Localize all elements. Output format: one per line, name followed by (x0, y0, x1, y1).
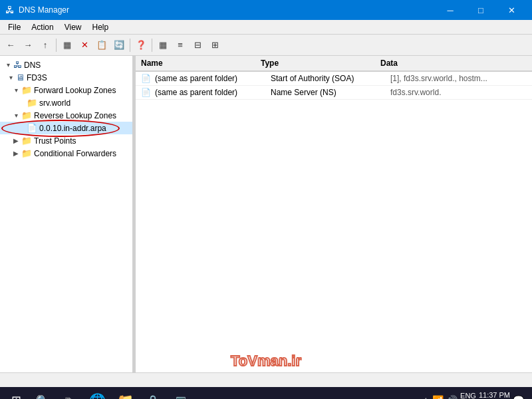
show-button[interactable]: ▦ (59, 37, 75, 53)
arpa-label: 0.0.10.in-addr.arpa (39, 124, 106, 133)
refresh-button[interactable]: 🔄 (111, 37, 127, 53)
tree-item-srvworld[interactable]: 📁 srv.world (0, 96, 132, 109)
soa-data: [1], fd3s.srv.world., hostm... (390, 74, 527, 83)
pinned-ie[interactable]: 🌐 (84, 388, 110, 399)
detail-panel: Name Type Data 📄 (same as parent folder)… (136, 56, 532, 372)
title-bar: 🖧 DNS Manager ─ □ ✕ (0, 0, 532, 20)
arpa-icon: 📄 (27, 123, 37, 133)
rev-folder-icon: 📁 (21, 110, 32, 120)
toolbar: ← → ↑ ▦ ✕ 📋 🔄 ❓ ▦ ≡ ⊟ ⊞ (0, 35, 532, 56)
detail-header: Name Type Data (136, 56, 532, 72)
taskbar: ⊞ 🔍 ⧉ 🌐 📁 🔒 💻 △ 📶 🔊 ENGJA 11:37 PM 2/7/2… (0, 387, 532, 399)
fwd-label: Forward Lookup Zones (34, 86, 116, 95)
up-button[interactable]: ↑ (37, 37, 53, 53)
col-data-header: Data (380, 59, 527, 68)
trust-folder-icon: 📁 (21, 136, 32, 146)
col-type-header: Type (261, 59, 380, 68)
ns-name: (same as parent folder) (155, 88, 271, 97)
properties-button[interactable]: 📋 (94, 37, 110, 53)
taskbar-tray: △ 📶 🔊 ENGJA 11:37 PM 2/7/2017 💬 (422, 390, 529, 399)
cond-folder-icon: 📁 (21, 148, 32, 158)
tree-item-reverse-lookup[interactable]: ▾ 📁 Reverse Lookup Zones (0, 109, 132, 122)
rev-label: Reverse Lookup Zones (34, 111, 116, 120)
separator-3 (152, 39, 152, 52)
tray-network[interactable]: 📶 (432, 395, 444, 399)
tree-item-trust-points[interactable]: ▶ 📁 Trust Points (0, 134, 132, 147)
maximize-button[interactable]: □ (466, 0, 496, 20)
soa-name: (same as parent folder) (155, 74, 271, 83)
task-view-button[interactable]: ⧉ (56, 388, 80, 399)
tree-item-fd3s[interactable]: ▾ 🖥 FD3S (0, 71, 132, 84)
ns-record-icon: 📄 (141, 88, 151, 97)
trust-arrow: ▶ (11, 137, 21, 144)
search-button[interactable]: 🔍 (31, 388, 55, 399)
window-controls: ─ □ ✕ (435, 0, 527, 20)
dns-arrow: ▾ (3, 61, 13, 68)
view3-button[interactable]: ⊟ (190, 37, 205, 53)
srv-folder-icon: 📁 (27, 98, 37, 108)
tray-clock[interactable]: 11:37 PM 2/7/2017 (479, 390, 510, 399)
tree-item-forward-lookup[interactable]: ▾ 📁 Forward Lookup Zones (0, 84, 132, 96)
cond-label: Conditional Forwarders (34, 149, 116, 158)
fd3s-label: FD3S (27, 73, 47, 82)
fd3s-icon: 🖥 (16, 72, 25, 82)
window-title: DNS Manager (19, 5, 69, 15)
detail-row-ns[interactable]: 📄 (same as parent folder) Name Server (N… (136, 86, 532, 100)
pinned-explorer[interactable]: 📁 (112, 388, 138, 399)
menu-view[interactable]: View (59, 21, 87, 33)
pinned-app3[interactable]: 🔒 (140, 388, 166, 399)
view1-button[interactable]: ▦ (155, 37, 171, 53)
tree-panel: ▾ 🖧 DNS ▾ 🖥 FD3S ▾ 📁 Forward Lookup Zone… (0, 56, 133, 372)
pinned-app4[interactable]: 💻 (168, 388, 194, 399)
back-button[interactable]: ← (3, 37, 19, 53)
tray-language[interactable]: ENGJA (460, 391, 476, 399)
tree-item-inaddrarpa[interactable]: 📄 0.0.10.in-addr.arpa (0, 122, 132, 134)
tree-item-dns[interactable]: ▾ 🖧 DNS (0, 59, 132, 71)
tray-notification[interactable]: 💬 (513, 395, 524, 399)
soa-record-icon: 📄 (141, 74, 151, 83)
help-button[interactable]: ❓ (133, 37, 149, 53)
cond-arrow: ▶ (11, 150, 21, 157)
menu-bar: File Action View Help (0, 20, 532, 35)
tray-time-value: 11:37 PM (479, 390, 510, 399)
detail-row-soa[interactable]: 📄 (same as parent folder) Start of Autho… (136, 72, 532, 86)
fwd-arrow: ▾ (11, 86, 21, 94)
app-icon: 🖧 (5, 5, 15, 15)
view4-button[interactable]: ⊞ (207, 37, 223, 53)
rev-arrow: ▾ (11, 112, 21, 119)
tray-chevron[interactable]: △ (422, 395, 430, 399)
minimize-button[interactable]: ─ (435, 0, 466, 20)
ns-data: fd3s.srv.world. (390, 88, 527, 97)
trust-label: Trust Points (34, 136, 76, 146)
separator-1 (56, 39, 57, 52)
col-name-header: Name (141, 59, 261, 68)
menu-file[interactable]: File (3, 21, 26, 33)
fd3s-arrow: ▾ (5, 74, 16, 81)
main-area: ▾ 🖧 DNS ▾ 🖥 FD3S ▾ 📁 Forward Lookup Zone… (0, 56, 532, 372)
srv-label: srv.world (39, 98, 70, 108)
menu-help[interactable]: Help (87, 21, 114, 33)
taskbar-pinned-apps: 🌐 📁 🔒 💻 (84, 388, 194, 399)
fwd-folder-icon: 📁 (21, 85, 32, 95)
tray-volume[interactable]: 🔊 (446, 395, 458, 399)
dns-label: DNS (24, 61, 41, 70)
separator-2 (130, 39, 130, 52)
view2-button[interactable]: ≡ (172, 37, 188, 53)
soa-type: Start of Authority (SOA) (271, 74, 390, 83)
menu-action[interactable]: Action (26, 21, 59, 33)
delete-button[interactable]: ✕ (76, 37, 92, 53)
tree-item-cond-forwarders[interactable]: ▶ 📁 Conditional Forwarders (0, 147, 132, 160)
dns-icon: 🖧 (13, 60, 22, 70)
ns-type: Name Server (NS) (271, 88, 390, 97)
start-button[interactable]: ⊞ (3, 388, 29, 399)
close-button[interactable]: ✕ (496, 0, 527, 20)
forward-button[interactable]: → (20, 37, 36, 53)
status-bar (0, 372, 532, 387)
